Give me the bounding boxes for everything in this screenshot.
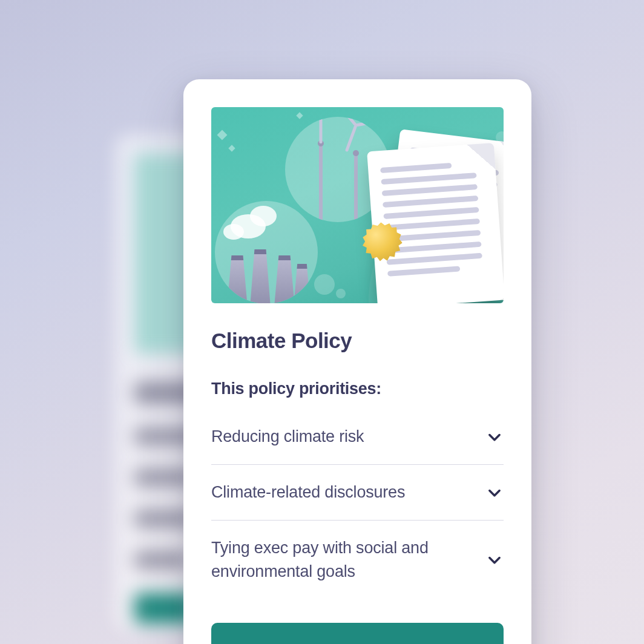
priority-list: Reducing climate risk Climate-related di… bbox=[211, 409, 504, 600]
policy-card: Climate Policy This policy prioritises: … bbox=[183, 79, 531, 644]
priority-label: Reducing climate risk bbox=[211, 425, 364, 448]
policy-illustration bbox=[211, 107, 504, 303]
chevron-down-icon bbox=[485, 428, 504, 446]
policy-subtitle: This policy prioritises: bbox=[211, 380, 504, 398]
priority-item[interactable]: Tying exec pay with social and environme… bbox=[211, 521, 504, 599]
chevron-down-icon bbox=[485, 484, 504, 502]
priority-item[interactable]: Climate-related disclosures bbox=[211, 465, 504, 521]
arrow-right-icon bbox=[412, 642, 435, 644]
pick-button[interactable]: I pick this one bbox=[211, 623, 504, 644]
power-plant-icon bbox=[215, 201, 318, 303]
priority-label: Climate-related disclosures bbox=[211, 481, 405, 504]
document-icon bbox=[365, 131, 504, 303]
priority-item[interactable]: Reducing climate risk bbox=[211, 409, 504, 465]
background-text-line bbox=[134, 552, 189, 568]
priority-label: Tying exec pay with social and environme… bbox=[211, 536, 465, 583]
policy-title: Climate Policy bbox=[211, 329, 504, 353]
chevron-down-icon bbox=[485, 551, 504, 569]
